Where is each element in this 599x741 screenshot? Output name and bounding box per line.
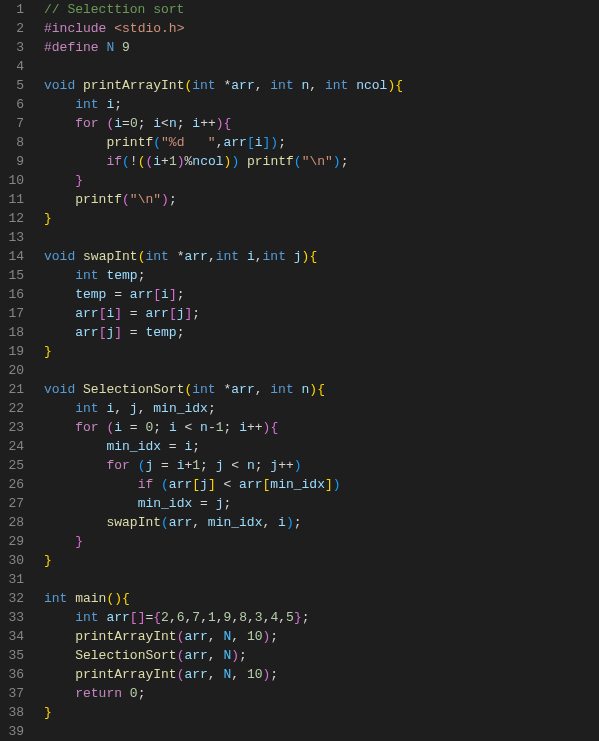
line-number: 39 <box>0 722 28 741</box>
token-var: min_idx <box>208 515 263 530</box>
code-line[interactable]: if (arr[j] < arr[min_idx]) <box>44 475 599 494</box>
line-number: 27 <box>0 494 28 513</box>
code-line[interactable]: void SelectionSort(int *arr, int n){ <box>44 380 599 399</box>
code-line[interactable]: printArrayInt(arr, N, 10); <box>44 665 599 684</box>
line-number: 33 <box>0 608 28 627</box>
token-op: , <box>200 610 208 625</box>
token-var: arr <box>223 135 246 150</box>
token-op <box>348 78 356 93</box>
token-brace: ) <box>309 382 317 397</box>
code-line[interactable]: int arr[]={2,6,7,1,9,8,3,4,5}; <box>44 608 599 627</box>
token-op: ; <box>192 439 200 454</box>
code-area[interactable]: // Selecttion sort#include <stdio.h>#def… <box>40 0 599 741</box>
line-number: 14 <box>0 247 28 266</box>
code-line[interactable] <box>44 570 599 589</box>
token-num: 0 <box>130 686 138 701</box>
token-op <box>44 610 75 625</box>
token-brace2: [ <box>169 306 177 321</box>
code-line[interactable]: int i, j, min_idx; <box>44 399 599 418</box>
code-line[interactable]: printf("%d ",arr[i]); <box>44 133 599 152</box>
code-line[interactable]: min_idx = j; <box>44 494 599 513</box>
code-line[interactable]: } <box>44 171 599 190</box>
line-number: 6 <box>0 95 28 114</box>
token-type: int <box>44 591 67 606</box>
code-line[interactable]: #include <stdio.h> <box>44 19 599 38</box>
token-op: = <box>122 420 145 435</box>
code-line[interactable] <box>44 722 599 741</box>
token-op: , <box>138 401 154 416</box>
line-number: 10 <box>0 171 28 190</box>
token-type: int <box>192 78 215 93</box>
code-line[interactable]: } <box>44 551 599 570</box>
token-op <box>75 249 83 264</box>
code-line[interactable]: void printArrayInt(int *arr, int n, int … <box>44 76 599 95</box>
code-line[interactable]: } <box>44 703 599 722</box>
token-op: ; <box>270 629 278 644</box>
code-line[interactable]: if(!((i+1)%ncol)) printf("\n"); <box>44 152 599 171</box>
code-line[interactable] <box>44 57 599 76</box>
code-line[interactable]: printArrayInt(arr, N, 10); <box>44 627 599 646</box>
code-editor[interactable]: 1234567891011121314151617181920212223242… <box>0 0 599 741</box>
token-var: i <box>192 116 200 131</box>
token-op <box>44 287 75 302</box>
code-line[interactable]: } <box>44 532 599 551</box>
code-line[interactable] <box>44 361 599 380</box>
token-op: ; <box>208 401 216 416</box>
code-line[interactable]: int main(){ <box>44 589 599 608</box>
token-var: min_idx <box>270 477 325 492</box>
token-brace2: ] <box>114 306 122 321</box>
token-op: ++ <box>278 458 294 473</box>
token-func: SelectionSort <box>83 382 184 397</box>
token-op <box>44 116 75 131</box>
code-line[interactable]: int i; <box>44 95 599 114</box>
code-line[interactable]: for (i=0; i<n; i++){ <box>44 114 599 133</box>
line-number: 24 <box>0 437 28 456</box>
code-line[interactable]: swapInt(arr, min_idx, i); <box>44 513 599 532</box>
token-brace2: ) <box>216 116 224 131</box>
token-op <box>44 401 75 416</box>
code-line[interactable]: #define N 9 <box>44 38 599 57</box>
code-line[interactable]: void swapInt(int *arr,int i,int j){ <box>44 247 599 266</box>
code-line[interactable]: SelectionSort(arr, N); <box>44 646 599 665</box>
token-num: 8 <box>239 610 247 625</box>
token-op <box>44 648 75 663</box>
token-op: ; <box>153 420 169 435</box>
code-line[interactable]: arr[i] = arr[j]; <box>44 304 599 323</box>
token-type: int <box>75 401 98 416</box>
token-op: * <box>216 78 232 93</box>
token-brace3: ( <box>161 515 169 530</box>
token-brace3: ) <box>286 515 294 530</box>
token-func: swapInt <box>106 515 161 530</box>
token-brace3: ) <box>333 477 341 492</box>
token-op: ; <box>278 135 286 150</box>
code-line[interactable]: } <box>44 209 599 228</box>
code-line[interactable]: int temp; <box>44 266 599 285</box>
token-var: i <box>153 154 161 169</box>
code-line[interactable] <box>44 228 599 247</box>
code-line[interactable]: printf("\n"); <box>44 190 599 209</box>
token-op: ; <box>302 610 310 625</box>
token-op: = <box>122 306 145 321</box>
code-line[interactable]: arr[j] = temp; <box>44 323 599 342</box>
token-op <box>44 154 106 169</box>
code-line[interactable]: for (j = i+1; j < n; j++) <box>44 456 599 475</box>
token-var: i <box>153 116 161 131</box>
token-op: ; <box>114 97 122 112</box>
line-number: 8 <box>0 133 28 152</box>
code-line[interactable]: for (i = 0; i < n-1; i++){ <box>44 418 599 437</box>
code-line[interactable]: } <box>44 342 599 361</box>
code-line[interactable]: temp = arr[i]; <box>44 285 599 304</box>
token-string: <stdio.h> <box>114 21 184 36</box>
token-brace3: ) <box>333 154 341 169</box>
token-brace2: [ <box>153 287 161 302</box>
code-line[interactable]: // Selecttion sort <box>44 0 599 19</box>
token-brace3: ) <box>294 458 302 473</box>
token-op: ++ <box>200 116 216 131</box>
token-var: arr <box>239 477 262 492</box>
token-op <box>44 534 75 549</box>
token-op <box>44 477 138 492</box>
token-num: 1 <box>208 610 216 625</box>
code-line[interactable]: return 0; <box>44 684 599 703</box>
token-keyword: #define <box>44 40 99 55</box>
code-line[interactable]: min_idx = i; <box>44 437 599 456</box>
